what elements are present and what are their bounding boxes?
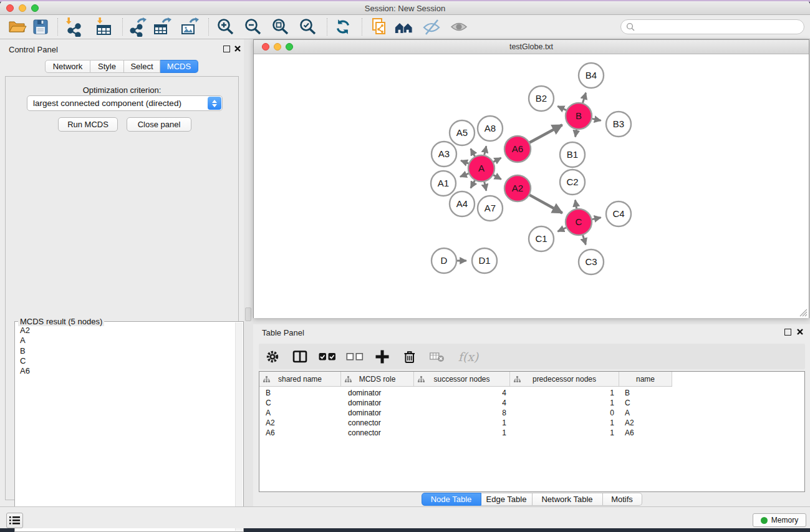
graph-edge[interactable] xyxy=(485,146,486,155)
network-window-titlebar[interactable]: testGlobe.txt xyxy=(254,40,809,54)
graph-edge[interactable] xyxy=(460,173,469,177)
close-panel-button[interactable]: Close panel xyxy=(127,117,191,132)
result-list-item[interactable]: A6 xyxy=(20,366,235,376)
show-columns-button[interactable] xyxy=(286,350,314,364)
mcds-result-list[interactable]: A2 A B C A6 xyxy=(16,323,235,531)
memory-button[interactable]: Memory xyxy=(753,513,806,527)
zoom-out-button[interactable] xyxy=(243,17,263,37)
tab-mcds[interactable]: MCDS xyxy=(160,60,198,73)
zoom-in-button[interactable] xyxy=(216,17,236,37)
graph-node-A5[interactable]: A5 xyxy=(450,120,475,145)
graph-node-C1[interactable]: C1 xyxy=(529,226,554,251)
graph-edge[interactable] xyxy=(471,149,475,157)
result-list-item[interactable]: C xyxy=(20,356,235,366)
graph-node-A7[interactable]: A7 xyxy=(478,196,503,221)
import-network-button[interactable] xyxy=(64,17,84,37)
tab-select[interactable]: Select xyxy=(124,60,160,73)
graph-edge[interactable] xyxy=(576,200,577,209)
graph-edge[interactable] xyxy=(583,235,586,244)
graph-edge[interactable] xyxy=(485,182,486,191)
resize-grip-icon[interactable] xyxy=(799,309,808,317)
optimization-criterion-select[interactable]: largest connected component (directed) xyxy=(27,95,223,111)
search-input[interactable] xyxy=(635,21,804,32)
result-list-item[interactable]: A2 xyxy=(20,326,235,336)
network-graph[interactable]: B4B2BB3A8A5A6B1A3AC2A1A2A4A7C4CC1C3DD1 xyxy=(254,54,809,318)
save-session-button[interactable] xyxy=(31,17,51,37)
refresh-network-button[interactable] xyxy=(333,17,353,37)
graph-edge[interactable] xyxy=(461,160,468,163)
search-field[interactable] xyxy=(620,19,804,34)
column-header-successor-nodes[interactable]: successor nodes xyxy=(414,372,510,386)
graph-node-A6[interactable]: A6 xyxy=(504,136,531,162)
export-table-button[interactable] xyxy=(152,17,172,37)
graph-node-C2[interactable]: C2 xyxy=(560,170,585,195)
delete-columns-button[interactable] xyxy=(396,350,423,364)
tab-node-table[interactable]: Node Table xyxy=(422,493,481,506)
select-all-columns-button[interactable] xyxy=(314,350,341,364)
delete-table-button[interactable] xyxy=(423,351,451,363)
table-row[interactable]: A2 connector 1 1 A2 xyxy=(259,418,672,428)
graph-node-B[interactable]: B xyxy=(566,103,592,129)
float-panel-button[interactable] xyxy=(223,46,230,52)
float-table-panel-button[interactable] xyxy=(784,329,791,336)
tab-style[interactable]: Style xyxy=(90,60,124,73)
graph-node-B3[interactable]: B3 xyxy=(606,112,631,137)
unselect-all-columns-button[interactable] xyxy=(341,350,369,364)
result-list-item[interactable]: B xyxy=(20,346,235,356)
column-header-shared-name[interactable]: shared name xyxy=(259,372,341,386)
graph-node-A3[interactable]: A3 xyxy=(432,142,456,167)
tab-edge-table[interactable]: Edge Table xyxy=(481,493,533,506)
zoom-selected-button[interactable] xyxy=(298,17,318,37)
graph-edge[interactable] xyxy=(583,93,586,103)
graph-edge[interactable] xyxy=(576,130,577,137)
tab-network-table[interactable]: Network Table xyxy=(533,493,603,506)
create-column-button[interactable] xyxy=(369,350,396,364)
show-panels-button[interactable] xyxy=(449,17,469,37)
graph-node-A[interactable]: A xyxy=(468,155,494,181)
graph-node-B1[interactable]: B1 xyxy=(560,142,585,167)
vertical-splitter-handle[interactable] xyxy=(245,307,251,321)
table-row[interactable]: B dominator 4 1 B xyxy=(259,388,672,398)
table-row[interactable]: A dominator 8 0 A xyxy=(259,408,672,418)
graph-node-A8[interactable]: A8 xyxy=(478,116,503,141)
graph-edge[interactable] xyxy=(557,106,566,110)
graph-node-D[interactable]: D xyxy=(432,248,456,273)
result-list-scrollbar[interactable] xyxy=(235,322,243,531)
graph-edge[interactable] xyxy=(529,125,562,142)
import-table-button[interactable] xyxy=(94,17,113,37)
column-header-mcds-role[interactable]: MCDS role xyxy=(341,372,414,386)
zoom-fit-button[interactable] xyxy=(271,17,291,37)
show-all-networks-button[interactable] xyxy=(394,17,414,37)
column-header-name[interactable]: name xyxy=(619,372,672,386)
graph-node-C[interactable]: C xyxy=(566,209,592,235)
open-session-button[interactable] xyxy=(7,17,27,37)
graph-node-D1[interactable]: D1 xyxy=(472,248,497,273)
graph-node-C4[interactable]: C4 xyxy=(606,201,631,226)
graph-edge[interactable] xyxy=(493,158,501,162)
export-network-button[interactable] xyxy=(127,17,147,37)
graph-edge[interactable] xyxy=(493,175,501,180)
close-panel-icon[interactable] xyxy=(234,45,241,52)
export-image-button[interactable] xyxy=(180,17,200,37)
tab-motifs[interactable]: Motifs xyxy=(603,493,642,506)
function-builder-button[interactable]: f(x) xyxy=(451,350,486,364)
show-tasks-button[interactable] xyxy=(6,513,23,528)
graph-node-A1[interactable]: A1 xyxy=(431,171,456,196)
network-from-file-button[interactable] xyxy=(369,17,389,37)
graph-edge[interactable] xyxy=(592,218,601,220)
result-list-item[interactable]: A xyxy=(20,336,235,346)
graph-node-A4[interactable]: A4 xyxy=(450,191,475,216)
column-header-predecessor-nodes[interactable]: predecessor nodes xyxy=(510,372,619,386)
graph-edge[interactable] xyxy=(557,228,566,231)
hide-panels-button[interactable] xyxy=(422,17,441,37)
run-mcds-button[interactable]: Run MCDS xyxy=(58,117,118,132)
graph-edge[interactable] xyxy=(471,180,475,188)
table-row[interactable]: A6 connector 1 1 A6 xyxy=(259,428,672,438)
table-settings-button[interactable] xyxy=(259,350,286,364)
graph-node-C3[interactable]: C3 xyxy=(579,249,604,274)
table-row[interactable]: C dominator 4 1 C xyxy=(259,398,672,408)
graph-edge[interactable] xyxy=(529,195,562,213)
close-table-panel-icon[interactable] xyxy=(796,328,804,336)
tab-network[interactable]: Network xyxy=(45,60,90,73)
graph-node-A2[interactable]: A2 xyxy=(504,175,531,201)
